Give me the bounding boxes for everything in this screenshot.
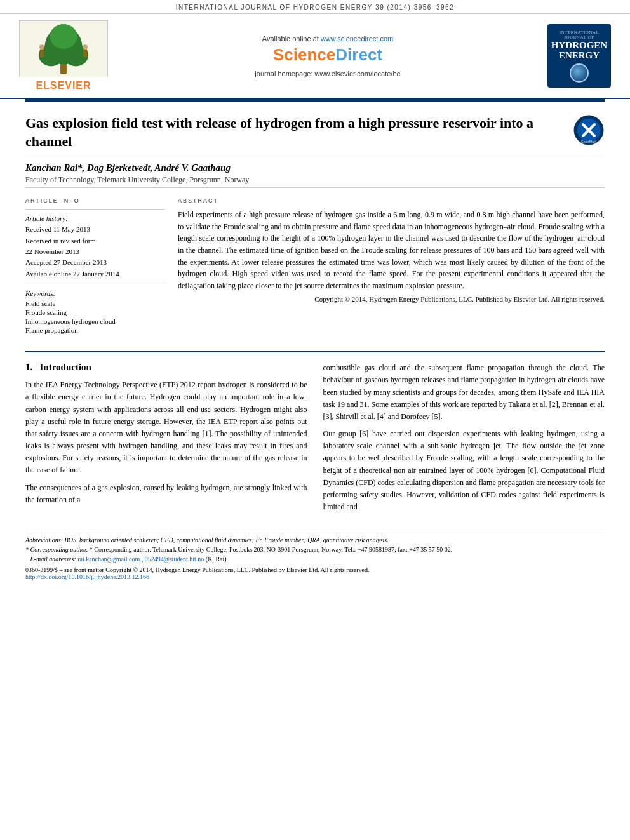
section-title: Introduction <box>40 362 91 372</box>
abstract-heading: ABSTRACT <box>178 197 605 204</box>
journal-homepage-text: journal homepage: www.elsevier.com/locat… <box>114 70 541 77</box>
section-number: 1. <box>25 362 32 372</box>
corresponding-author-footnote: * Corresponding author. * Corresponding … <box>25 545 605 554</box>
footnote-section: Abbreviations: BOS, background oriented … <box>25 531 605 580</box>
svg-rect-7 <box>40 50 44 57</box>
badge-top-text: International Journal of <box>551 30 608 40</box>
intro-right-paragraph-1: combustible gas cloud and the subsequent… <box>323 362 605 423</box>
intro-paragraph-2: The consequences of a gas explosion, cau… <box>25 482 307 506</box>
abstract-body: Field experiments of a high pressure rel… <box>178 209 605 291</box>
article-info-column: ARTICLE INFO Article history: Received 1… <box>25 197 165 335</box>
sciencedirect-info: Available online at www.sciencedirect.co… <box>114 35 541 77</box>
issn-line: 0360-3199/$ – see front matter Copyright… <box>25 566 605 573</box>
svg-rect-9 <box>83 50 87 57</box>
article-affiliation: Faculty of Technology, Telemark Universi… <box>25 175 605 185</box>
authors-section: Kanchan Rai*, Dag Bjerketvedt, André V. … <box>25 156 605 187</box>
keyword-3: Inhomogeneous hydrogen cloud <box>25 317 165 325</box>
article-info-abstract: ARTICLE INFO Article history: Received 1… <box>25 187 605 345</box>
received-revised-date: 22 November 2013 <box>25 247 165 257</box>
accepted-date: Accepted 27 December 2013 <box>25 258 165 267</box>
body-two-col: 1. Introduction In the IEA Energy Techno… <box>25 362 605 518</box>
journal-header: INTERNATIONAL JOURNAL OF HYDROGEN ENERGY… <box>0 0 630 14</box>
body-right-column: combustible gas cloud and the subsequent… <box>323 362 605 518</box>
keyword-4: Flame propagation <box>25 326 165 334</box>
available-online-text: Available online at www.sciencedirect.co… <box>114 35 541 43</box>
blue-separator <box>25 99 605 102</box>
svg-point-5 <box>50 24 77 49</box>
email-footnote: E-mail addresses: rai.kanchan@gmail.com … <box>25 554 605 564</box>
article-authors: Kanchan Rai*, Dag Bjerketvedt, André V. … <box>25 163 605 173</box>
svg-text:CrossMark: CrossMark <box>581 140 597 143</box>
abbreviations-footnote: Abbreviations: BOS, background oriented … <box>25 535 605 545</box>
journal-badge-area: International Journal of HYDROGENENERGY <box>541 24 617 88</box>
intro-right-paragraph-2: Our group [6] have carried out dispersio… <box>323 428 605 513</box>
svg-point-6 <box>39 44 44 50</box>
keyword-2: Froude scaling <box>25 309 165 316</box>
keywords-label: Keywords: <box>25 290 165 297</box>
abstract-copyright: Copyright © 2014, Hydrogen Energy Public… <box>178 295 605 303</box>
sciencedirect-brand: ScienceDirect <box>114 45 541 65</box>
body-section: 1. Introduction In the IEA Energy Techno… <box>25 351 605 518</box>
badge-circle <box>570 63 589 83</box>
article-title: Gas explosion field test with release of… <box>25 114 573 150</box>
crossmark-badge[interactable]: CrossMark <box>573 114 605 146</box>
article-title-section: Gas explosion field test with release of… <box>25 108 605 156</box>
journal-banner: ELSEVIER Available online at www.science… <box>0 14 630 99</box>
journal-badge: International Journal of HYDROGENENERGY <box>547 24 611 88</box>
body-left-column: 1. Introduction In the IEA Energy Techno… <box>25 362 307 518</box>
email-2[interactable]: 052494@student.hit.no <box>145 556 204 563</box>
keywords-divider <box>25 284 165 284</box>
info-divider <box>25 209 165 210</box>
received-revised-label: Received in revised form <box>25 236 165 246</box>
corresponding-label: Corresponding author. <box>30 546 90 553</box>
available-online-date: Available online 27 January 2014 <box>25 269 165 279</box>
elsevier-tree-logo <box>19 20 108 77</box>
article-info-heading: ARTICLE INFO <box>25 197 165 204</box>
badge-main-text: HYDROGENENERGY <box>551 40 607 61</box>
email-suffix: (K. Rai). <box>206 556 228 563</box>
intro-heading: 1. Introduction <box>25 362 307 373</box>
keyword-1: Field scale <box>25 300 165 307</box>
doi-line[interactable]: http://dx.doi.org/10.1016/j.ijhydene.201… <box>25 573 605 580</box>
corresponding-text: * Corresponding author. Telemark Univers… <box>90 546 453 553</box>
received-1: Received 11 May 2013 <box>25 225 165 234</box>
abbreviations-text: Abbreviations: BOS, background oriented … <box>25 537 389 543</box>
sciencedirect-url[interactable]: www.sciencedirect.com <box>321 35 393 43</box>
elsevier-logo-area: ELSEVIER <box>13 20 114 91</box>
doi-link[interactable]: http://dx.doi.org/10.1016/j.ijhydene.201… <box>25 573 149 580</box>
email-1[interactable]: rai.kanchan@gmail.com <box>77 556 140 563</box>
svg-point-8 <box>83 44 88 50</box>
elsevier-brand-name: ELSEVIER <box>36 80 91 91</box>
content-wrapper: Gas explosion field test with release of… <box>0 99 630 580</box>
journal-header-text: INTERNATIONAL JOURNAL OF HYDROGEN ENERGY… <box>176 4 454 11</box>
abstract-column: ABSTRACT Field experiments of a high pre… <box>178 197 605 335</box>
intro-paragraph-1: In the IEA Energy Technology Perspective… <box>25 379 307 477</box>
history-label: Article history: <box>25 215 165 222</box>
